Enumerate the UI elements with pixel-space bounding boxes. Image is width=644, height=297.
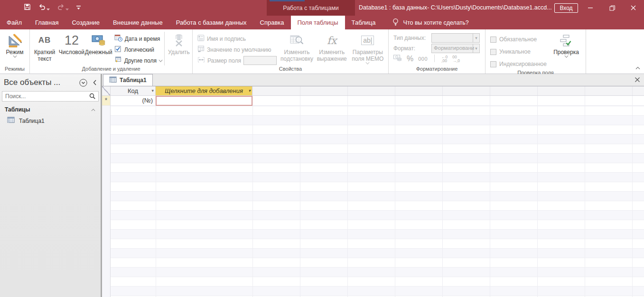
select-all-corner[interactable]: [102, 86, 111, 96]
column-dropdown-icon[interactable]: ▾: [248, 88, 251, 93]
undo-dropdown-icon: [47, 4, 50, 12]
save-button[interactable]: [21, 2, 33, 14]
tell-me-box[interactable]: Что вы хотите сделать?: [385, 16, 476, 29]
default-value-icon: [197, 46, 205, 54]
table-icon: [7, 117, 15, 125]
delete-button[interactable]: Удалить: [167, 31, 191, 56]
group-label-properties: Свойства: [194, 65, 387, 74]
checkbox-icon: [490, 37, 496, 43]
thousands-format-icon[interactable]: 000: [418, 56, 428, 62]
short-text-button[interactable]: АВ Краткий текст: [31, 31, 58, 62]
fx-icon: fx: [327, 32, 337, 49]
field-size-input[interactable]: [243, 56, 277, 65]
group-add-delete: АВ Краткий текст 12 Числовой Денежный: [30, 29, 193, 74]
column-header-add-field[interactable]: Щелкните для добавления ▾: [156, 86, 252, 96]
indexed-checkbox[interactable]: Индексированное: [490, 59, 551, 69]
date-time-button[interactable]: Дата и время: [114, 34, 162, 43]
tab-file[interactable]: Файл: [0, 16, 28, 29]
format-combo[interactable]: Форматировани▾: [431, 44, 480, 53]
minimize-button[interactable]: [580, 0, 601, 16]
tab-database-tools[interactable]: Работа с базами данных: [169, 16, 253, 29]
new-record-row: * (№): [102, 96, 644, 106]
search-icon: [89, 93, 96, 100]
restore-button[interactable]: [601, 0, 623, 16]
date-time-icon: [114, 34, 122, 43]
datasheet: Код ▾ Щелкните для добавления ▾ * (№): [102, 86, 644, 297]
active-cell[interactable]: [156, 96, 252, 106]
sign-in-button[interactable]: Вход: [554, 3, 578, 13]
validation-button[interactable]: Проверка: [551, 31, 581, 57]
chevron-up-icon: [92, 109, 95, 112]
tab-table-fields[interactable]: Поля таблицы: [291, 16, 345, 29]
nav-pane-title: Все объекты ...: [4, 78, 75, 87]
combo-dropdown-icon[interactable]: ▾: [473, 44, 479, 53]
view-button[interactable]: Режим: [1, 31, 28, 57]
data-type-label: Тип данных:: [393, 35, 428, 41]
delete-field-icon: [173, 32, 185, 49]
increase-decimals-icon[interactable]: ←0,00: [441, 55, 448, 63]
document-tab-strip: Таблица1: [102, 74, 644, 86]
tab-create[interactable]: Создание: [65, 16, 106, 29]
checkbox-icon: [490, 61, 496, 67]
unique-checkbox[interactable]: Уникальное: [490, 46, 551, 57]
new-record-selector[interactable]: *: [102, 96, 111, 106]
customize-qat-button[interactable]: [74, 2, 84, 14]
tab-table[interactable]: Таблица: [345, 16, 383, 29]
currency-button[interactable]: Денежный: [85, 31, 112, 56]
data-type-combo[interactable]: ▾: [431, 33, 480, 43]
undo-button[interactable]: [36, 2, 52, 14]
close-button[interactable]: [623, 0, 644, 16]
collapse-ribbon-button[interactable]: [635, 63, 640, 72]
tab-help[interactable]: Справка: [253, 16, 291, 29]
chevron-down-icon: [159, 58, 162, 62]
tab-external-data[interactable]: Внешние данные: [106, 16, 169, 29]
redo-button[interactable]: [55, 2, 71, 14]
lightbulb-icon: [392, 18, 399, 28]
group-views: Режим Режимы: [0, 29, 30, 74]
save-icon: [24, 3, 31, 12]
name-caption-button[interactable]: Имя и подпись: [197, 34, 278, 43]
number-button[interactable]: 12 Числовой: [58, 31, 85, 56]
redo-icon: [57, 4, 65, 12]
tab-home[interactable]: Главная: [28, 16, 65, 29]
nav-shutter-button[interactable]: [92, 79, 97, 86]
document-tab-table1[interactable]: Таблица1: [103, 74, 153, 86]
more-fields-button[interactable]: Другие поля: [114, 56, 162, 65]
tell-me-label: Что вы хотите сделать?: [403, 19, 469, 26]
modify-lookups-icon: [290, 32, 304, 49]
quick-access-toolbar: [21, 0, 84, 16]
search-input[interactable]: [2, 91, 99, 102]
group-properties: Имя и подпись Значение по умолчанию Разм…: [193, 29, 389, 74]
record-selector-column: [102, 106, 111, 297]
validation-icon: [560, 32, 572, 49]
group-divider: [164, 32, 165, 65]
apply-currency-icon[interactable]: [393, 55, 402, 63]
customize-qat-icon: [76, 4, 81, 12]
column-dropdown-icon[interactable]: ▾: [151, 88, 154, 93]
nav-menu-button[interactable]: [79, 79, 87, 87]
group-field-validation: Обязательное Уникальное Индексированное: [485, 29, 586, 74]
group-divider: [434, 55, 435, 62]
checkbox-check-icon: [114, 45, 122, 54]
ribbon: Режим Режимы АВ Краткий текст 12 Числово…: [0, 29, 644, 74]
more-fields-icon: [114, 56, 122, 65]
gridlines: [252, 106, 644, 297]
nav-search: [2, 91, 99, 102]
modify-lookups-button[interactable]: Изменить подстановку: [278, 31, 315, 62]
yes-no-button[interactable]: Логический: [114, 45, 162, 54]
percent-format-icon[interactable]: %: [407, 55, 413, 63]
column-header-id[interactable]: Код ▾: [111, 86, 156, 96]
datasheet-view-icon: [8, 32, 22, 49]
default-value-button[interactable]: Значение по умолчанию: [197, 45, 278, 54]
nav-group-tables[interactable]: Таблицы: [0, 104, 101, 115]
contextual-tab-group-header: Работа с таблицами: [267, 0, 355, 16]
decrease-decimals-icon[interactable]: 00→,0: [452, 55, 460, 63]
datasheet-background[interactable]: [102, 106, 644, 297]
cell-id-new[interactable]: (№): [111, 96, 156, 106]
close-document-button[interactable]: [635, 76, 640, 84]
combo-dropdown-icon[interactable]: ▾: [473, 34, 479, 42]
required-checkbox[interactable]: Обязательное: [490, 34, 551, 45]
modify-expression-button[interactable]: fx Изменить выражение: [316, 31, 348, 62]
nav-item-table1[interactable]: Таблица1: [0, 115, 101, 127]
memo-settings-button[interactable]: ab| Параметры поля MEMO: [348, 31, 387, 64]
